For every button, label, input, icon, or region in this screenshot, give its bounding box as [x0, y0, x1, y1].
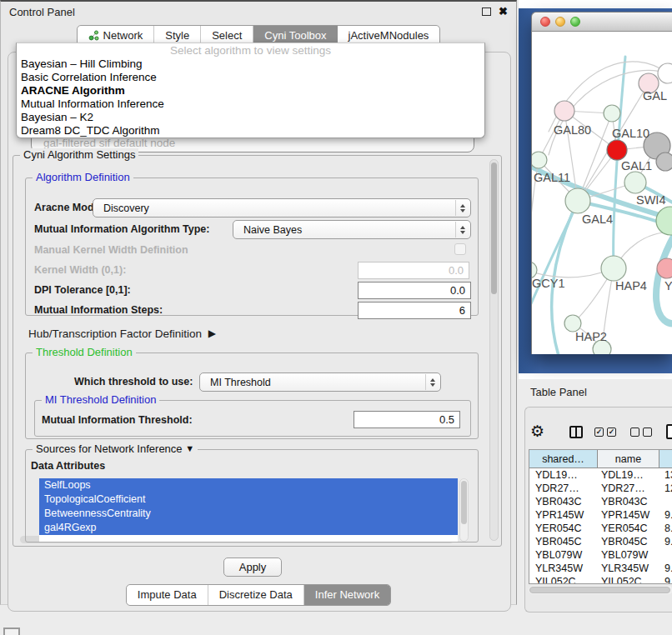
gear-icon[interactable]: ⚙ [530, 422, 544, 441]
table-row[interactable]: YLR345WYLR345W9. [529, 562, 672, 575]
algorithm-option[interactable]: Mutual Information Inference [17, 98, 484, 111]
algorithm-option[interactable]: Basic Correlation Inference [17, 71, 484, 84]
sources-group-title[interactable]: Sources for Network Inference ▼ [33, 442, 198, 455]
table-cell[interactable]: YER054C [529, 522, 598, 534]
network-node[interactable] [532, 262, 537, 278]
zoom-traffic-light-icon[interactable] [570, 17, 580, 27]
mi-steps-field[interactable]: 6 [358, 302, 471, 319]
scrollbar-thumb[interactable] [461, 481, 467, 524]
checked-pair-icon[interactable]: ✓ ✓ [594, 428, 616, 437]
stepper-arrows-icon[interactable] [455, 222, 469, 238]
table-row[interactable]: YPR145WYPR145W9. [529, 508, 672, 522]
table-cell[interactable]: YLR345W [529, 562, 598, 574]
minimize-traffic-light-icon[interactable] [555, 17, 565, 27]
table-cell[interactable]: YBL079W [529, 549, 598, 561]
table-row[interactable]: YBL079WYBL079W [529, 548, 672, 562]
data-attribute-item[interactable]: gal4RGexp [39, 521, 458, 535]
network-node[interactable] [604, 105, 620, 122]
settings-vertical-scrollbar[interactable] [489, 159, 499, 541]
table-cell[interactable]: YIL052C [598, 576, 659, 583]
network-canvas[interactable]: GALGAL80GAL10GAL11GAL1GAL4SWI4GCY1HAP4YH… [531, 32, 672, 354]
network-node[interactable] [658, 63, 672, 83]
algorithm-option[interactable]: Dream8 DC_TDC Algorithm [17, 124, 484, 138]
table-cell[interactable]: YPR145W [598, 509, 659, 521]
close-traffic-light-icon[interactable] [540, 17, 550, 27]
table-cell[interactable]: 13 [659, 469, 672, 481]
table-cell[interactable]: YBR045C [529, 536, 598, 548]
table-row[interactable]: YDR27…YDR27…12 [529, 482, 672, 495]
table-horizontal-scrollbar[interactable] [529, 586, 672, 594]
table-cell[interactable]: YDR27… [529, 482, 598, 494]
table-cell[interactable]: YER054C [598, 522, 659, 534]
document-icon[interactable] [666, 424, 672, 439]
aracne-mode-combobox[interactable]: Discovery [93, 198, 471, 218]
table-cell[interactable]: YDL19… [598, 469, 659, 481]
float-window-icon[interactable] [482, 8, 491, 16]
expand-right-triangle-icon[interactable]: ▶ [208, 328, 216, 339]
tab-infer-network[interactable]: Infer Network [304, 585, 390, 605]
table-row[interactable]: YIL052CYIL052C9. [529, 575, 672, 583]
dpi-tolerance-field[interactable]: 0.0 [358, 282, 471, 299]
hub-definition-toggle[interactable]: Hub/Transcription Factor Definition ▶ [28, 328, 213, 340]
table-cell[interactable]: YDL19… [529, 469, 598, 481]
network-node[interactable] [601, 256, 626, 281]
columns-icon[interactable] [569, 426, 583, 438]
manual-kernel-width-checkbox[interactable] [454, 243, 466, 255]
algorithm-option[interactable]: ARACNE Algorithm [17, 84, 484, 98]
table-cell[interactable]: YIL052C [529, 576, 598, 583]
algorithm-option[interactable]: Bayesian – Hill Climbing [17, 58, 484, 71]
column-header-partial[interactable] [659, 450, 672, 468]
tab-discretize-data[interactable]: Discretize Data [208, 585, 304, 605]
table-cell[interactable]: YBR043C [529, 496, 598, 508]
network-node[interactable] [657, 258, 672, 278]
close-window-icon[interactable]: ✖ [499, 8, 508, 16]
tab-impute-data[interactable]: Impute Data [127, 585, 208, 605]
table-cell[interactable]: 8. [659, 522, 672, 534]
network-node[interactable] [565, 188, 590, 213]
collapse-down-triangle-icon[interactable]: ▼ [185, 443, 194, 453]
algorithm-option[interactable]: Bayesian – K2 [17, 111, 484, 124]
minimized-panel-icon[interactable] [3, 628, 20, 635]
network-node[interactable] [656, 207, 672, 235]
mi-threshold-field[interactable]: 0.5 [354, 411, 460, 428]
network-node[interactable] [624, 172, 646, 193]
which-threshold-combobox[interactable]: MI Threshold [199, 372, 441, 392]
stepper-arrows-icon[interactable] [455, 200, 469, 216]
unchecked-pair-icon[interactable] [630, 428, 652, 437]
table-cell[interactable]: 9. [659, 509, 672, 521]
table-cell[interactable]: YPR145W [529, 509, 598, 521]
scrollbar-thumb[interactable] [491, 162, 497, 294]
data-attribute-item[interactable]: SelfLoops [39, 478, 458, 492]
table-row[interactable]: YER054CYER054C8. [529, 522, 672, 535]
stepper-arrows-icon[interactable] [425, 374, 439, 390]
table-row[interactable]: YDL19…YDL19…13 [529, 468, 672, 482]
table-row[interactable]: YBR045CYBR045C9. [529, 535, 672, 548]
table-cell[interactable]: YBL079W [598, 549, 659, 561]
column-header-name[interactable]: name [598, 450, 659, 468]
table-cell[interactable]: YBR043C [598, 496, 659, 508]
table-cell[interactable]: 12 [659, 482, 672, 494]
network-node[interactable] [532, 152, 547, 168]
column-header-shared[interactable]: shared… [529, 450, 598, 468]
table-cell[interactable]: 9. [659, 576, 672, 583]
network-window-titlebar[interactable] [531, 12, 672, 32]
data-attribute-item[interactable]: TopologicalCoefficient [39, 492, 458, 507]
network-node[interactable] [554, 101, 574, 121]
kernel-width-field[interactable]: 0.0 [358, 262, 469, 279]
network-edge[interactable] [532, 202, 578, 313]
network-graph[interactable]: GALGAL80GAL10GAL11GAL1GAL4SWI4GCY1HAP4YH… [532, 32, 672, 354]
table-cell[interactable]: YBR045C [598, 536, 659, 548]
table-row[interactable]: YBR043CYBR043C [529, 495, 672, 508]
network-node[interactable] [564, 315, 581, 332]
table-cell[interactable]: 9. [659, 536, 672, 548]
scrollbar-thumb[interactable] [529, 587, 670, 593]
network-node[interactable] [656, 152, 672, 171]
apply-button[interactable]: Apply [223, 558, 282, 577]
data-attribute-item[interactable]: BetweennessCentrality [39, 507, 458, 521]
data-attributes-list[interactable]: SelfLoopsTopologicalCoefficientBetweenne… [39, 478, 458, 542]
table-cell[interactable]: 9. [659, 562, 672, 574]
mi-algorithm-type-combobox[interactable]: Naive Bayes [233, 220, 471, 239]
table-cell[interactable]: YLR345W [598, 562, 659, 574]
attributes-scrollbar[interactable] [459, 478, 469, 542]
table-cell[interactable]: YDR27… [598, 482, 659, 494]
